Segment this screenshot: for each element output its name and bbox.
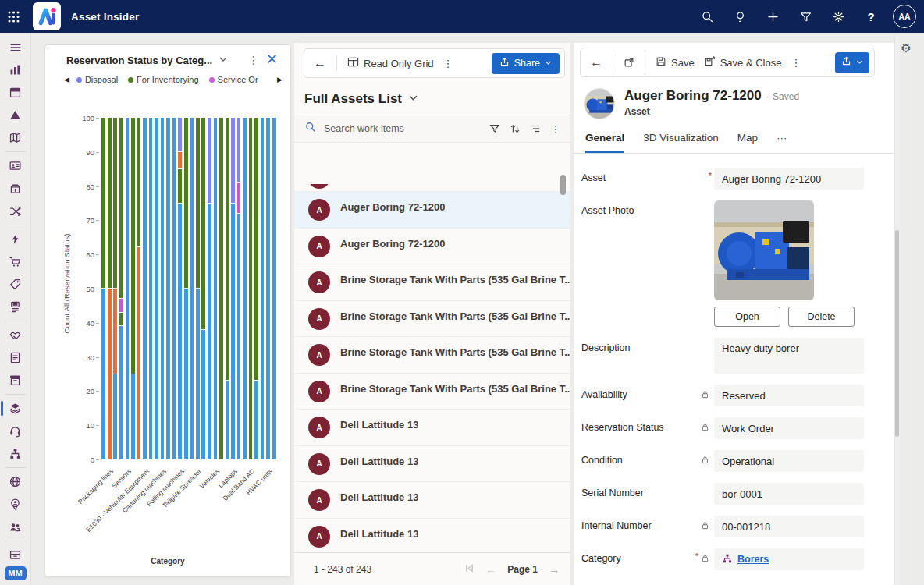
sidebar-item-lightning-icon[interactable] bbox=[0, 228, 31, 250]
chevron-down-icon[interactable] bbox=[219, 53, 228, 67]
lookup-link[interactable]: Borers bbox=[737, 554, 769, 565]
chart-bar[interactable] bbox=[201, 118, 205, 459]
chart-bar[interactable] bbox=[155, 118, 158, 459]
sidebar-item-headset-icon[interactable] bbox=[0, 420, 31, 442]
chart-bar[interactable] bbox=[172, 118, 176, 459]
list-item[interactable]: ABrine Storage Tank With Parts (535 Gal … bbox=[294, 374, 570, 410]
field-input[interactable]: 00-001218 bbox=[714, 516, 864, 537]
list-item[interactable]: ADell Lattitude 13 bbox=[294, 519, 570, 553]
next-page-icon[interactable]: → bbox=[549, 563, 560, 576]
tab-3d-visualization[interactable]: 3D Visualization bbox=[643, 132, 719, 153]
sidebar-item-layers-icon[interactable] bbox=[0, 397, 31, 420]
chart-bar[interactable] bbox=[137, 118, 141, 459]
filter-rows-icon[interactable] bbox=[526, 120, 545, 137]
sidebar-item-tag-icon[interactable] bbox=[0, 273, 31, 296]
view-selector-button[interactable]: Read Only Grid bbox=[343, 53, 439, 73]
chart-bar[interactable] bbox=[113, 118, 117, 459]
chart-bar[interactable] bbox=[149, 118, 153, 459]
sidebar-item-map-icon[interactable] bbox=[0, 126, 31, 149]
list-item[interactable]: ADell Lattitude 13 bbox=[294, 482, 570, 519]
chart-bar[interactable] bbox=[108, 118, 112, 459]
sidebar-item-bar-chart-icon[interactable] bbox=[0, 58, 31, 81]
chart-bar[interactable] bbox=[196, 118, 200, 459]
chart-bar[interactable] bbox=[272, 118, 276, 459]
sidebar-item-shuffle-icon[interactable] bbox=[0, 200, 31, 222]
sidebar-item-id-badge-icon[interactable] bbox=[0, 154, 31, 177]
float-gear-icon[interactable]: ⚙ bbox=[899, 41, 913, 55]
list-item-partial[interactable] bbox=[294, 184, 570, 192]
chart-bar[interactable] bbox=[219, 118, 223, 459]
sidebar-user-avatar[interactable]: MM bbox=[5, 566, 27, 580]
field-input[interactable]: Heavy duty borer bbox=[714, 338, 864, 374]
field-input[interactable]: Work Order bbox=[714, 417, 864, 439]
list-item[interactable]: ABrine Storage Tank With Parts (535 Gal … bbox=[294, 264, 570, 301]
tab-general[interactable]: General bbox=[585, 132, 624, 153]
chart-bar[interactable] bbox=[249, 118, 253, 459]
open-photo-button[interactable]: Open bbox=[714, 307, 780, 327]
list-item[interactable]: ABrine Storage Tank With Parts (535 Gal … bbox=[294, 301, 570, 338]
list-title-chevron-icon[interactable] bbox=[408, 92, 418, 106]
delete-photo-button[interactable]: Delete bbox=[788, 307, 855, 327]
chart-bar[interactable] bbox=[184, 118, 188, 459]
sidebar-item-globe-icon[interactable] bbox=[0, 470, 31, 493]
legend-item[interactable]: Service Or bbox=[209, 75, 258, 84]
sidebar-item-pos-terminal-icon[interactable] bbox=[0, 296, 31, 318]
sort-icon[interactable] bbox=[506, 120, 524, 137]
chart-bar[interactable] bbox=[143, 118, 147, 459]
filter-icon[interactable] bbox=[485, 120, 504, 137]
search-input[interactable] bbox=[324, 123, 485, 134]
list-back-button[interactable]: ← bbox=[309, 53, 331, 73]
chart-bar[interactable] bbox=[266, 118, 270, 459]
detail-more-icon[interactable]: ⋮ bbox=[786, 54, 805, 72]
sidebar-item-notes-icon[interactable] bbox=[0, 346, 31, 369]
legend-prev-icon[interactable]: ◀ bbox=[64, 76, 69, 83]
share-button[interactable]: Share bbox=[492, 53, 560, 74]
chart-bar[interactable] bbox=[226, 118, 229, 459]
previous-page-icon[interactable]: ← bbox=[485, 563, 496, 576]
filter-icon[interactable] bbox=[791, 2, 819, 30]
sidebar-item-calendar-icon[interactable] bbox=[0, 81, 31, 104]
search-icon[interactable] bbox=[693, 2, 721, 30]
field-input[interactable]: Auger Boring 72-1200 bbox=[714, 168, 864, 190]
legend-item[interactable]: For Inventorying bbox=[128, 75, 198, 84]
sidebar-item-drawer-icon[interactable] bbox=[0, 544, 31, 566]
list-item[interactable]: ABrine Storage Tank With Parts (535 Gal … bbox=[294, 337, 570, 374]
chart-bar[interactable] bbox=[131, 118, 135, 459]
sidebar-item-product-box-icon[interactable] bbox=[0, 177, 31, 200]
list-item[interactable]: AAuger Boring 72-1200 bbox=[294, 229, 570, 265]
sidebar-item-people-icon[interactable] bbox=[0, 516, 31, 538]
first-page-icon[interactable] bbox=[464, 563, 474, 576]
list-item[interactable]: ADell Lattitude 13 bbox=[294, 446, 570, 483]
detail-back-button[interactable]: ← bbox=[585, 52, 607, 73]
chart-bar[interactable] bbox=[126, 118, 130, 459]
chart-bar[interactable] bbox=[243, 118, 247, 459]
lightbulb-icon[interactable] bbox=[726, 2, 754, 30]
chart-bar[interactable] bbox=[161, 118, 165, 459]
plus-icon[interactable] bbox=[759, 2, 787, 30]
detail-share-button[interactable] bbox=[835, 52, 869, 73]
chart-bar[interactable] bbox=[261, 118, 265, 459]
field-input[interactable]: bor-0001 bbox=[714, 483, 864, 505]
chart-bar[interactable] bbox=[214, 118, 218, 459]
chart-bar[interactable] bbox=[231, 118, 235, 459]
chart-bar[interactable] bbox=[178, 118, 182, 459]
view-more-icon[interactable]: ⋮ bbox=[439, 55, 458, 73]
waffle-menu-icon[interactable] bbox=[0, 0, 27, 33]
sidebar-item-person-pin-icon[interactable] bbox=[0, 493, 31, 516]
field-input[interactable]: Operational bbox=[714, 450, 864, 472]
chart-bar[interactable] bbox=[254, 118, 258, 459]
popout-icon[interactable] bbox=[619, 54, 639, 71]
sidebar-item-org-chart-icon[interactable] bbox=[0, 442, 31, 465]
asset-photo[interactable] bbox=[714, 200, 814, 300]
settings-icon[interactable] bbox=[824, 2, 852, 30]
sidebar-item-hamburger-menu-icon[interactable] bbox=[0, 36, 31, 58]
legend-item[interactable]: Disposal bbox=[76, 75, 118, 84]
chart-bar[interactable] bbox=[101, 118, 105, 459]
list-item[interactable]: ADell Lattitude 13 bbox=[294, 410, 570, 446]
search-more-icon[interactable]: ⋮ bbox=[546, 120, 564, 138]
save-and-close-button[interactable]: Save & Close bbox=[699, 52, 787, 73]
list-item[interactable]: AAuger Boring 72-1200 bbox=[294, 192, 570, 229]
tab--[interactable]: ··· bbox=[777, 132, 787, 153]
list-scrollbar-thumb[interactable] bbox=[560, 175, 566, 195]
save-button[interactable]: Save bbox=[651, 53, 699, 73]
